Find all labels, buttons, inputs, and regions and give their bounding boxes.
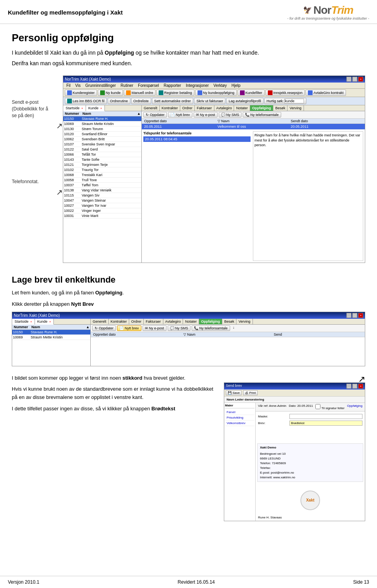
menu-rapporter[interactable]: Rapporter [161, 83, 183, 88]
tab-oppfolging-2[interactable]: Oppfølging [199, 319, 222, 324]
right-toolbar-2[interactable]: ↻ Oppdater 📄 Nytt brev ✉ Ny e-post 💬 Ny … [91, 325, 365, 332]
list-item[interactable]: 10066Tefålt Tor [63, 152, 141, 157]
tab-kontrakter[interactable]: Kontrakter [160, 105, 181, 111]
tab-verving[interactable]: Verving [287, 105, 304, 111]
btn-avtalegiro[interactable]: AvtaleGiro kontrakt [306, 90, 346, 96]
btn-manuell-ordre[interactable]: Manuell ordre [124, 90, 156, 96]
ss3-brev-input[interactable] [289, 421, 362, 426]
btn-nytt-brev-2[interactable]: 📄 Nytt brev [117, 325, 141, 331]
list-item[interactable]: 10102Traurig Tor [63, 167, 141, 173]
btn-registrer-betaling[interactable]: Registrer betaling [156, 90, 194, 96]
template-velkomstbrev[interactable]: Velkomstbrev [225, 421, 254, 426]
btn-nytt-brev[interactable]: 📄 Nytt brev [168, 112, 192, 118]
ss3-til-signatur[interactable]: Til signatur felter [315, 404, 344, 410]
ss3-print-button[interactable]: 🖨 Print [243, 390, 258, 395]
toolbar-1[interactable]: Kunderegister Ny kunde Manuell ordre Reg… [63, 89, 365, 97]
right-toolbar[interactable]: ↻ Oppdater 📄 Nytt brev ✉ Ny e-post 💬 Ny … [142, 111, 365, 119]
tab-ordrer-2[interactable]: Ordrer [129, 319, 144, 324]
tab-fakturaer[interactable]: Fakturaer [195, 105, 214, 111]
menu-fil[interactable]: Fil [64, 83, 73, 88]
tab-startside[interactable]: Startside × [63, 105, 86, 111]
list-item[interactable]: 10107Svenske Sven Ingvar [63, 142, 141, 147]
list-item[interactable]: 10143Tante Sofie [63, 157, 141, 162]
menu-integrasjoner[interactable]: Integrasjoner [183, 83, 211, 88]
tab-startside-2[interactable]: Startside × [12, 319, 35, 325]
menu-grunninnstillinger[interactable]: Grunninnstillinger [83, 83, 118, 88]
btn-ny-kundeoppfolging[interactable]: Ny kundeoppfølging [195, 90, 237, 96]
tabs-row-2[interactable]: Startside × Kunde × [12, 319, 90, 325]
btn-ny-epost[interactable]: ✉ Ny e-post [194, 112, 218, 118]
tab-oppfolging[interactable]: Oppfølging [250, 105, 273, 111]
btn-sett-automatiske[interactable]: Sett automatiske ordrer [152, 98, 194, 104]
template-prisutvikling[interactable]: Prisutvikling [225, 415, 254, 421]
tab-avtalegiro-2[interactable]: Avtalegiro [163, 319, 183, 324]
btn-ny-kunde[interactable]: Ny kunde [98, 90, 123, 96]
btn-hurtig-sok[interactable]: Hurtig søk: [264, 98, 307, 104]
maximize-button[interactable]: □ [352, 77, 357, 82]
btn-ordrerutine[interactable]: Ordrerutine [108, 98, 130, 104]
ss3-maximize[interactable]: □ [352, 384, 357, 389]
tab-notater[interactable]: Notater [234, 105, 250, 111]
tab-generelt-2[interactable]: Generelt [91, 319, 109, 324]
tab-kunde[interactable]: Kunde × [86, 105, 105, 111]
list-item[interactable]: 10069Straum Mette Kristin [63, 121, 141, 127]
tab-verving-2[interactable]: Verving [236, 319, 253, 324]
window-controls[interactable]: _ □ × [346, 77, 363, 82]
list-item[interactable]: 10122Søal Gerd [63, 147, 141, 152]
tab-fakturaer-2[interactable]: Fakturaer [144, 319, 163, 324]
list-item[interactable]: 10027Vangen Tor Ivar [63, 203, 141, 208]
list-item-2[interactable]: 10069 Straum Mette Kristin [12, 335, 90, 340]
menu-forespørsel[interactable]: Forespørsel [135, 83, 161, 88]
btn-kundefilter[interactable]: Kundefilter [238, 90, 265, 96]
list-body-2[interactable]: 10150 Stavaas Rune H. 10069 Straum Mette… [12, 330, 90, 340]
btn-ny-sms[interactable]: 💬 Ny SMS [219, 112, 242, 118]
minimize-button-2[interactable]: _ [346, 313, 351, 318]
list-item[interactable]: 10022Vinger Inger [63, 208, 141, 213]
btn-ny-telefonsamtale-2[interactable]: 📞 Ny telefonsamtale [192, 325, 230, 331]
sort-icon[interactable]: ▲ [137, 112, 141, 116]
ss3-toolbar[interactable]: 💾 Save 🖨 Print [224, 390, 365, 397]
btn-lag-avtalegiro[interactable]: Lag avtalegirofilprofil [226, 98, 264, 104]
ss3-close[interactable]: × [358, 384, 363, 389]
btn-ny-epost-2[interactable]: ✉ Ny e-post [143, 325, 167, 331]
tab-ordrer[interactable]: Ordrer [180, 105, 195, 111]
phone-selected-item[interactable]: 20.05.2011 08:04:45 [143, 136, 251, 142]
btn-les-inn-bbs[interactable]: Les inn BBS OCR fil [65, 98, 107, 104]
list-item[interactable]: 10062Svendsen Britt [63, 137, 141, 142]
tab-close-startside[interactable]: × [81, 107, 83, 110]
right-tabs-2[interactable]: Generelt Kontrakter Ordrer Fakturaer Avt… [91, 319, 365, 325]
btn-ordreliste[interactable]: Ordreliste [131, 98, 151, 104]
list-item[interactable]: 10150Stavaas Rune H. [63, 116, 141, 121]
menu-bar[interactable]: Fil Vis Grunninnstillinger Rutiner Fores… [63, 83, 365, 89]
tab-generelt[interactable]: Generelt [142, 105, 160, 111]
list-item[interactable]: 10121Torgrimsen Terje [63, 162, 141, 167]
list-item[interactable]: 10037Tøffel Tom [63, 183, 141, 188]
list-item[interactable]: 10047Vangen Steinar [63, 198, 141, 203]
list-item[interactable]: 10130Strøm Torunn [63, 127, 141, 132]
tabs-row[interactable]: Startside × Kunde × [63, 105, 141, 111]
list-item-2[interactable]: 10150 Stavaas Rune H. [12, 330, 90, 335]
btn-ny-telefonsamtale[interactable]: 📞 Ny telefonsamtale [243, 112, 281, 118]
toolbar-2[interactable]: Les inn BBS OCR fil Ordrerutine Ordrelis… [63, 97, 365, 105]
btn-innsjekk[interactable]: Innsjekk.resepsjon [265, 90, 305, 96]
ss3-save-button[interactable]: 💾 Save [226, 390, 242, 395]
ss3-minimize[interactable]: _ [346, 384, 351, 389]
menu-rutiner[interactable]: Rutiner [118, 83, 135, 88]
ss3-controls[interactable]: _ □ × [346, 384, 363, 389]
btn-skriv-ut[interactable]: Skriv ut fakturaer [194, 98, 225, 104]
list-item[interactable]: 10058Trull Tove [63, 178, 141, 183]
btn-kunderegister[interactable]: Kunderegister [65, 90, 97, 96]
right-tabs[interactable]: Generelt Kontrakter Ordrer Fakturaer Avt… [142, 105, 365, 111]
sort-icon-2[interactable]: ▲ [86, 325, 90, 329]
tab-besok[interactable]: Besøk [273, 105, 288, 111]
signatur-checkbox[interactable] [315, 404, 320, 409]
maximize-button-2[interactable]: □ [352, 313, 357, 318]
list-item[interactable]: 10068Trestakk Kari [63, 173, 141, 178]
hurtig-sok-input[interactable] [284, 99, 304, 103]
btn-oppdater[interactable]: ↻ Oppdater [143, 112, 167, 118]
list-item[interactable]: 10120Svartland Ellinor [63, 132, 141, 137]
tab-notater-2[interactable]: Notater [183, 319, 199, 324]
tab-kontrakter-2[interactable]: Kontrakter [109, 319, 130, 324]
list-body[interactable]: 10150Stavaas Rune H. 10069Straum Mette K… [63, 116, 141, 263]
list-item[interactable]: 10031Vinie Marit [63, 213, 141, 219]
